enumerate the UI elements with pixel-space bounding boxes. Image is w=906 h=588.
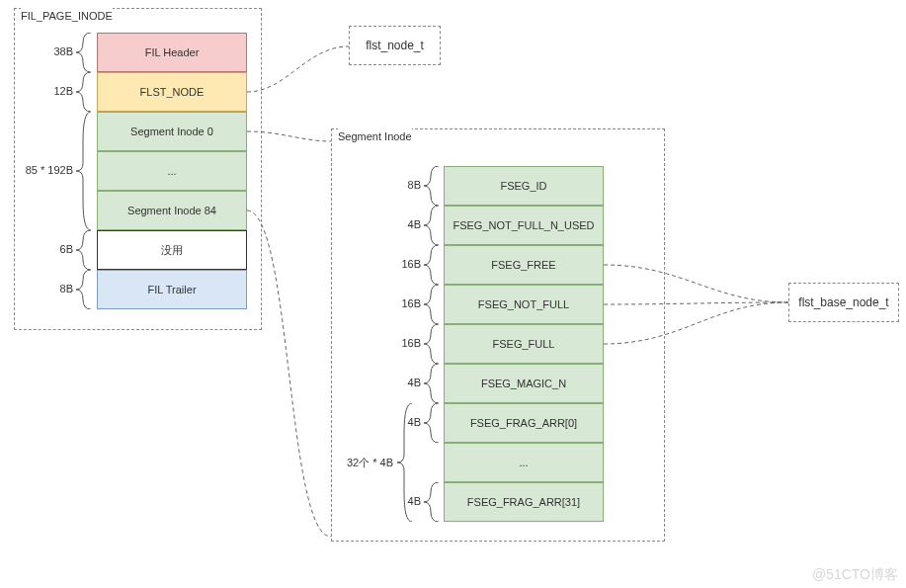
rsize-outer: 32个 * 4B xyxy=(336,456,393,470)
cell-fseg-id: FSEG_ID xyxy=(444,166,604,206)
rbrace-4 xyxy=(423,324,441,364)
cell-unused: 没用 xyxy=(97,230,247,270)
rsize-4: 16B xyxy=(362,337,421,349)
rsize-1: 4B xyxy=(362,218,421,230)
cell-fseg-frag31: FSEG_FRAG_ARR[31] xyxy=(444,482,604,522)
brace-6b xyxy=(75,230,93,270)
conn-seg-top xyxy=(247,124,336,153)
rbrace-8 xyxy=(423,482,441,522)
size-38b: 38B xyxy=(14,45,73,57)
rsize-3: 16B xyxy=(362,297,421,309)
size-6b: 6B xyxy=(14,243,73,255)
cell-seg-inode-ell: ... xyxy=(97,151,247,191)
cell-fseg-frag-ell: ... xyxy=(444,443,604,482)
cell-fseg-full: FSEG_FULL xyxy=(444,324,604,364)
brace-8b xyxy=(75,270,93,309)
cell-fil-header: FIL Header xyxy=(97,33,247,72)
conn-seg-bottom xyxy=(247,208,336,544)
size-8b: 8B xyxy=(14,283,73,294)
cell-seg-inode-0: Segment Inode 0 xyxy=(97,112,247,151)
rsize-0: 8B xyxy=(362,179,421,191)
rbrace-1 xyxy=(423,206,441,245)
cell-seg-inode-84: Segment Inode 84 xyxy=(97,191,247,230)
cell-fseg-nfnu: FSEG_NOT_FULL_N_USED xyxy=(444,206,604,245)
flst-base-node-t-label: flst_base_node_t xyxy=(798,295,888,309)
rbrace-3 xyxy=(423,285,441,324)
cell-fseg-magic: FSEG_MAGIC_N xyxy=(444,364,604,403)
flst-base-node-t-box: flst_base_node_t xyxy=(788,283,899,322)
brace-12b xyxy=(75,72,93,112)
segment-inode-title: Segment Inode xyxy=(338,128,412,144)
rbrace-outer xyxy=(396,403,414,522)
flst-node-t-label: flst_node_t xyxy=(366,39,424,52)
watermark: @51CTO博客 xyxy=(812,566,898,584)
cell-fseg-not-full: FSEG_NOT_FULL xyxy=(444,285,604,324)
cell-fseg-frag0: FSEG_FRAG_ARR[0] xyxy=(444,403,604,443)
rbrace-0 xyxy=(423,166,441,206)
conn-base xyxy=(604,255,791,364)
size-85x192: 85 * 192B xyxy=(14,164,73,176)
brace-85x xyxy=(75,112,93,230)
fil-page-inode-title: FIL_PAGE_INODE xyxy=(21,8,113,24)
brace-38b xyxy=(75,33,93,72)
flst-node-t-box: flst_node_t xyxy=(349,26,441,65)
cell-flst-node: FLST_NODE xyxy=(97,72,247,112)
rbrace-6 xyxy=(423,403,441,443)
conn-flst-node xyxy=(247,35,356,94)
rsize-2: 16B xyxy=(362,258,421,270)
rsize-5: 4B xyxy=(362,377,421,388)
size-12b: 12B xyxy=(14,85,73,97)
cell-fseg-free: FSEG_FREE xyxy=(444,245,604,285)
rbrace-5 xyxy=(423,364,441,403)
cell-fil-trailer: FIL Trailer xyxy=(97,270,247,309)
rbrace-2 xyxy=(423,245,441,285)
